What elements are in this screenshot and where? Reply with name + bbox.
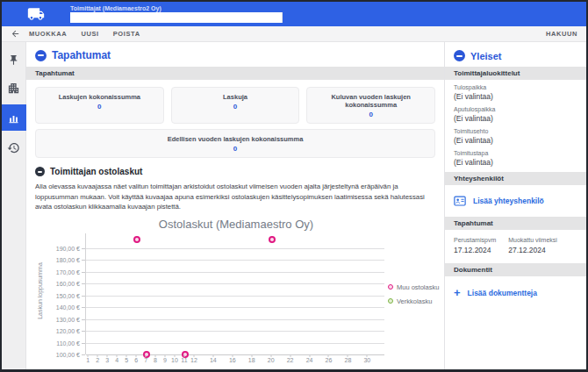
- page-title: Toimittajakortti | 2 | Mediamaestro Oy (…: [70, 12, 283, 23]
- field-perustamispvm: Perustamispvm 17.12.2024: [454, 237, 496, 254]
- stat-card-invoice-count: Laskuja 0: [171, 87, 300, 124]
- toolbar: MUOKKAA UUSI POISTA HAKUUN: [2, 26, 586, 42]
- x-tick-label: 4: [115, 357, 118, 363]
- x-tick-label: 16: [229, 357, 236, 363]
- section-title-tapahtumat: Tapahtumat: [52, 49, 111, 61]
- chart-gridline: [86, 319, 384, 320]
- plus-icon: +: [454, 287, 461, 298]
- x-tick-label: 9: [163, 357, 167, 363]
- chart-gridline: [86, 283, 384, 284]
- chart-gridline: [86, 296, 384, 297]
- legend-label: Verkkolasku: [397, 297, 432, 305]
- to-search-button[interactable]: HAKUUN: [546, 30, 577, 38]
- x-tick-label: 7: [144, 357, 147, 363]
- y-tick-label: 110,00 €: [56, 340, 80, 346]
- field-muokattu-viimeksi: Muokattu viimeksi 27.12.2024: [508, 237, 557, 254]
- right-panel: Yleiset Toimittajaluokittelut Tulospaikk…: [445, 42, 586, 369]
- section-title-yleiset: Yleiset: [470, 51, 501, 61]
- stat-card-total-invoices-sum: Laskujen kokonaissumma 0: [35, 87, 164, 124]
- app-window: Toimittajat (Mediamaestro2 Oy) Toimittaj…: [0, 0, 588, 372]
- chart-point[interactable]: [269, 236, 276, 243]
- x-tick-label: 5: [125, 357, 128, 363]
- contacts-header: Yhteyshenkilöt: [445, 172, 586, 185]
- x-tick-label: 28: [345, 357, 352, 363]
- x-tick-label: 8: [154, 357, 157, 363]
- contact-card-icon: [454, 196, 466, 206]
- stat-card-previous-year-sum: Edellisen vuoden laskujen kokonaissumma …: [35, 129, 435, 158]
- chart-x-labels: 123456789101112141618202224262830: [85, 354, 384, 366]
- classifications-header: Toimittajaluokittelut: [445, 67, 586, 80]
- y-tick-label: 120,00 €: [56, 328, 80, 334]
- chart-gridline: [86, 307, 384, 308]
- documents-header: Dokumentit: [445, 263, 586, 276]
- field-toimitustapa: Toimitustapa (Ei valintaa): [454, 150, 577, 167]
- chart-gridline: [86, 272, 384, 273]
- x-tick-label: 30: [363, 357, 370, 363]
- chart-gridline: [86, 260, 384, 261]
- x-tick-label: 20: [268, 357, 275, 363]
- section-title-ostolaskut: Toimittajan ostolaskut: [50, 167, 142, 176]
- legend-dot: [388, 284, 393, 290]
- stat-card-current-year-sum: Kuluvan vuoden laskujen kokonaissumma 0: [306, 87, 435, 124]
- window-context: Toimittajat (Mediamaestro2 Oy): [70, 5, 283, 12]
- chart-point[interactable]: [133, 236, 140, 243]
- history-icon[interactable]: [2, 136, 26, 159]
- chart-y-labels: 190,00 €180,00 €170,00 €160,00 €150,00 €…: [43, 233, 85, 354]
- x-tick-label: 12: [190, 357, 197, 363]
- y-tick-label: 160,00 €: [56, 281, 80, 287]
- x-tick-label: 6: [134, 357, 138, 363]
- delete-button[interactable]: POISTA: [113, 30, 140, 38]
- subsection-header-tapahtumat: Tapahtumat: [26, 67, 444, 80]
- chart-legend: Muu ostolaskuVerkkolasku: [384, 233, 441, 354]
- chart-gridline: [86, 343, 384, 344]
- events-header: Tapahtumat: [445, 217, 586, 230]
- y-tick-label: 130,00 €: [56, 316, 80, 322]
- chart-y-axis-title: Laskun loppusumma: [37, 261, 43, 322]
- new-button[interactable]: UUSI: [81, 30, 98, 38]
- building-icon[interactable]: [2, 76, 26, 99]
- legend-item[interactable]: Muu ostolasku: [388, 283, 441, 291]
- x-tick-label: 1: [86, 357, 90, 363]
- y-tick-label: 190,00 €: [56, 245, 80, 251]
- legend-label: Muu ostolasku: [397, 283, 439, 291]
- truck-icon: [2, 5, 70, 23]
- collapse-yleiset-icon[interactable]: [454, 50, 465, 61]
- x-tick-label: 24: [306, 357, 313, 363]
- x-tick-label: 14: [210, 357, 217, 363]
- field-toimitusehto: Toimitusehto (Ei valintaa): [454, 128, 577, 145]
- chart-tab-icon[interactable]: [2, 104, 26, 131]
- y-tick-label: 140,00 €: [56, 304, 80, 311]
- y-tick-label: 100,00 €: [56, 352, 80, 358]
- chart-gridline: [86, 248, 384, 249]
- y-tick-label: 150,00 €: [56, 292, 80, 298]
- chart-title: Ostolaskut (Mediamaestro Oy): [32, 218, 441, 231]
- x-tick-label: 18: [248, 357, 255, 363]
- chart-plot: [85, 233, 384, 354]
- back-arrow-icon[interactable]: [11, 29, 20, 39]
- chart-gridline: [86, 331, 384, 332]
- edit-button[interactable]: MUOKKAA: [29, 30, 67, 38]
- main-content: Tapahtumat Tapahtumat Laskujen kokonaiss…: [26, 42, 445, 369]
- field-tulospaikka: Tulospaikka (Ei valintaa): [454, 84, 577, 101]
- field-aputulospaikka: Aputulospaikka (Ei valintaa): [454, 106, 577, 123]
- ostolaskut-chart: Ostolaskut (Mediamaestro Oy) Laskun lopp…: [26, 212, 444, 366]
- pin-icon[interactable]: [2, 48, 26, 71]
- x-tick-label: 2: [96, 357, 99, 363]
- legend-dot: [388, 298, 393, 304]
- x-tick-label: 3: [105, 357, 109, 363]
- collapse-ostolaskut-icon[interactable]: [35, 167, 45, 176]
- x-tick-label: 10: [171, 357, 178, 363]
- x-tick-label: 11: [181, 357, 187, 363]
- legend-item[interactable]: Verkkolasku: [388, 297, 441, 305]
- x-tick-label: 22: [287, 357, 294, 363]
- collapse-tapahtumat-icon[interactable]: [35, 50, 47, 61]
- ostolaskut-description: Alla olevassa kuvaajassa näet valitun to…: [26, 180, 444, 212]
- y-tick-label: 180,00 €: [56, 257, 80, 263]
- titlebar: Toimittajat (Mediamaestro2 Oy) Toimittaj…: [2, 2, 586, 26]
- add-contact-link[interactable]: Lisää yhteyshenkilö: [445, 185, 586, 217]
- add-documents-link[interactable]: + Lisää dokumentteja: [445, 276, 586, 309]
- y-tick-label: 170,00 €: [56, 268, 80, 275]
- left-sidebar: [2, 42, 26, 369]
- x-tick-label: 26: [326, 357, 333, 363]
